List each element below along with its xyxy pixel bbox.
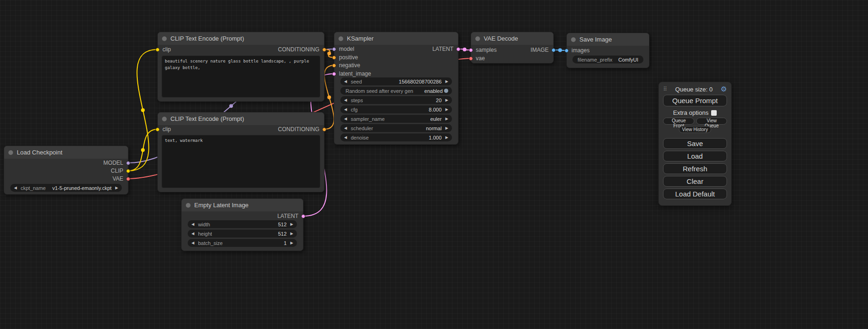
decrement-icon[interactable]: ◀	[191, 223, 194, 226]
latent-output-port[interactable]	[456, 47, 460, 51]
widget-name: scheduler	[351, 126, 373, 131]
node-vae-decode[interactable]: VAE Decode samples vae IMAGE	[471, 32, 554, 63]
node-clip-text-encode-negative[interactable]: CLIP Text Encode (Prompt) clip CONDITION…	[157, 112, 325, 192]
model-input-port[interactable]	[332, 47, 336, 51]
positive-input-port[interactable]	[332, 56, 336, 60]
load-default-button[interactable]: Load Default	[663, 189, 727, 199]
negative-prompt-textarea[interactable]: text, watermark	[162, 135, 320, 188]
increment-icon[interactable]: ▶	[290, 232, 293, 236]
decrement-icon[interactable]: ◀	[344, 98, 347, 102]
widget-cfg[interactable]: ◀ cfg 8.000 ▶	[340, 105, 452, 113]
widget-random-seed-toggle[interactable]: Random seed after every gen enabled	[340, 87, 452, 95]
extra-options-checkbox[interactable]	[711, 110, 717, 116]
widget-name: height	[198, 231, 212, 237]
slot-label: vae	[476, 55, 485, 62]
node-status-icon[interactable]	[339, 36, 343, 41]
widget-sampler-name[interactable]: ◀ sampler_name euler ▶	[340, 115, 452, 123]
node-ksampler[interactable]: KSampler model positive negative latent_…	[334, 32, 459, 145]
slot-label: samples	[476, 47, 497, 53]
widget-ckpt-name[interactable]: ◀ ckpt_name v1-5-pruned-emaonly.ckpt ▶	[10, 184, 122, 192]
widget-value: 20	[436, 98, 442, 103]
node-load-checkpoint[interactable]: Load Checkpoint MODEL CLIP VAE ◀ ckpt_na…	[4, 146, 128, 195]
node-title-bar[interactable]: CLIP Text Encode (Prompt)	[158, 112, 324, 125]
latent-image-input-port[interactable]	[332, 72, 336, 76]
increment-icon[interactable]: ▶	[115, 186, 118, 190]
node-title: Save Image	[579, 36, 612, 43]
widget-scheduler[interactable]: ◀ scheduler normal ▶	[340, 124, 452, 132]
clip-input-port[interactable]	[155, 48, 160, 52]
increment-icon[interactable]: ▶	[445, 126, 448, 130]
load-button[interactable]: Load	[663, 151, 727, 161]
increment-icon[interactable]: ▶	[445, 108, 448, 112]
save-button[interactable]: Save	[663, 138, 727, 149]
comfy-menu[interactable]: ⠿ Queue size: 0 ⚙ Queue Prompt Extra opt…	[658, 82, 732, 206]
node-title-bar[interactable]: Empty Latent Image	[182, 199, 303, 211]
increment-icon[interactable]: ▶	[445, 98, 448, 102]
node-title-bar[interactable]: VAE Decode	[471, 32, 553, 45]
toggle-on-icon[interactable]	[444, 89, 448, 93]
node-status-icon[interactable]	[475, 36, 480, 41]
decrement-icon[interactable]: ◀	[14, 186, 17, 190]
widget-filename-prefix[interactable]: filename_prefix ComfyUI	[572, 56, 643, 63]
node-title-bar[interactable]: Load Checkpoint	[4, 146, 128, 159]
widget-batch-size[interactable]: ◀ batch_size 1 ▶	[188, 239, 297, 247]
model-output-port[interactable]	[126, 161, 130, 165]
node-status-icon[interactable]	[162, 117, 167, 121]
decrement-icon[interactable]: ◀	[344, 108, 347, 112]
node-status-icon[interactable]	[8, 150, 13, 155]
image-output-port[interactable]	[551, 48, 556, 52]
node-empty-latent-image[interactable]: Empty Latent Image LATENT ◀ width 512 ▶ …	[181, 198, 303, 251]
output-slot-image: IMAGE	[530, 46, 556, 54]
node-clip-text-encode-positive[interactable]: CLIP Text Encode (Prompt) clip CONDITION…	[157, 32, 325, 102]
decrement-icon[interactable]: ◀	[191, 232, 194, 236]
clear-button[interactable]: Clear	[663, 176, 727, 187]
decrement-icon[interactable]: ◀	[344, 126, 347, 130]
node-title-bar[interactable]: KSampler	[334, 32, 458, 45]
negative-input-port[interactable]	[332, 63, 336, 68]
latent-output-port[interactable]	[301, 214, 305, 218]
positive-prompt-textarea[interactable]: beautiful scenery nature glass bottle la…	[162, 56, 320, 98]
node-title: CLIP Text Encode (Prompt)	[170, 115, 244, 122]
vae-input-port[interactable]	[469, 56, 473, 61]
widget-seed[interactable]: ◀ seed 156680208700286 ▶	[340, 77, 452, 85]
slot-label: clip	[162, 46, 171, 53]
samples-input-port[interactable]	[469, 48, 473, 52]
increment-icon[interactable]: ▶	[445, 136, 448, 140]
queue-prompt-button[interactable]: Queue Prompt	[663, 95, 727, 106]
widget-name: seed	[351, 79, 362, 84]
extra-options-label: Extra options	[673, 109, 709, 116]
increment-icon[interactable]: ▶	[445, 80, 448, 84]
slot-label: MODEL	[103, 160, 123, 166]
widget-width[interactable]: ◀ width 512 ▶	[188, 220, 297, 228]
conditioning-output-port[interactable]	[322, 127, 326, 132]
clip-input-port[interactable]	[155, 127, 160, 132]
widget-height[interactable]: ◀ height 512 ▶	[188, 230, 297, 238]
increment-icon[interactable]: ▶	[445, 117, 448, 121]
clip-output-port[interactable]	[126, 169, 130, 173]
vae-output-port[interactable]	[126, 177, 130, 181]
queue-front-button[interactable]: Queue Front	[663, 118, 694, 125]
increment-icon[interactable]: ▶	[290, 241, 293, 245]
conditioning-output-port[interactable]	[322, 48, 326, 52]
decrement-icon[interactable]: ◀	[344, 80, 347, 84]
view-queue-button[interactable]: View Queue	[696, 118, 727, 125]
node-status-icon[interactable]	[186, 203, 191, 208]
widget-denoise[interactable]: ◀ denoise 1.000 ▶	[340, 133, 452, 141]
refresh-button[interactable]: Refresh	[663, 163, 727, 174]
view-history-button[interactable]: View History	[679, 126, 711, 133]
node-status-icon[interactable]	[162, 36, 167, 41]
drag-handle-icon[interactable]: ⠿	[663, 86, 667, 92]
increment-icon[interactable]: ▶	[290, 223, 293, 226]
node-status-icon[interactable]	[571, 37, 576, 42]
queue-size-label: Queue size: 0	[667, 86, 721, 93]
decrement-icon[interactable]: ◀	[344, 117, 347, 121]
images-input-port[interactable]	[565, 49, 569, 53]
decrement-icon[interactable]: ◀	[191, 241, 194, 245]
node-title-bar[interactable]: Save Image	[567, 33, 649, 46]
node-title-bar[interactable]: CLIP Text Encode (Prompt)	[158, 32, 324, 45]
node-save-image[interactable]: Save Image images filename_prefix ComfyU…	[566, 33, 649, 68]
node-graph-canvas[interactable]: Load Checkpoint MODEL CLIP VAE ◀ ckpt_na…	[0, 0, 868, 329]
widget-steps[interactable]: ◀ steps 20 ▶	[340, 96, 452, 104]
decrement-icon[interactable]: ◀	[344, 136, 347, 140]
settings-gear-icon[interactable]: ⚙	[721, 85, 727, 93]
